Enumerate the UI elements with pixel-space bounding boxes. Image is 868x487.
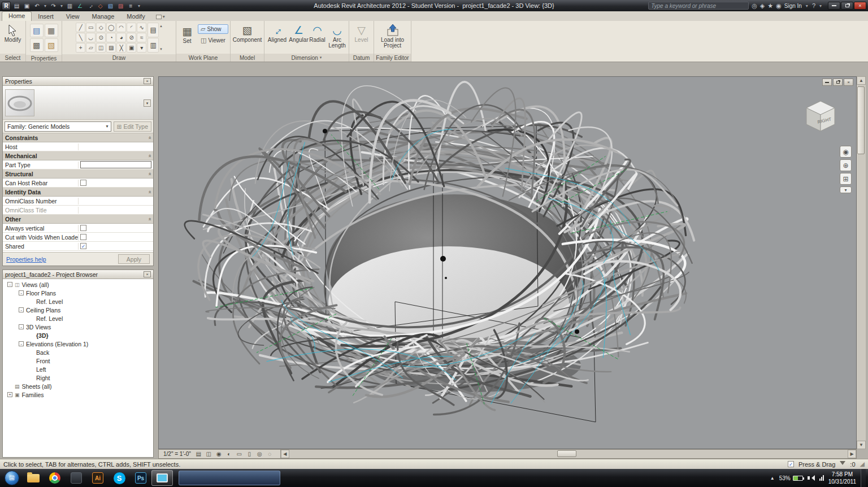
show-work-plane-button[interactable]: ▱ Show: [198, 24, 228, 34]
circle-tool-icon[interactable]: ◯: [106, 23, 116, 32]
hidden-icons-arrow-icon[interactable]: ▲: [770, 476, 775, 481]
fillet-arc-tool-icon[interactable]: ◕: [116, 33, 126, 42]
taskbar-windows-explorer-icon[interactable]: [23, 470, 44, 486]
arc-length-dimension-button[interactable]: ◡ Arc Length: [327, 21, 348, 50]
draw-scroll-down-icon[interactable]: ▾: [160, 47, 162, 51]
customize-qat-icon[interactable]: ▾: [137, 2, 141, 10]
taskbar-media-app-icon[interactable]: [66, 470, 87, 486]
search-input[interactable]: [648, 2, 749, 10]
sign-in-dropdown-icon[interactable]: ▾: [805, 2, 809, 10]
family-parameters-icon[interactable]: ▧: [45, 38, 58, 52]
property-row[interactable]: Shared ✓: [3, 242, 153, 251]
scroll-up-icon[interactable]: ▲: [857, 76, 866, 85]
panel-label-work-plane[interactable]: Work Plane: [176, 54, 230, 62]
section-header[interactable]: Constraints»: [3, 133, 153, 142]
taskbar-skype-icon[interactable]: S: [108, 470, 130, 486]
tree-item-right[interactable]: Right: [3, 373, 153, 382]
aligned-dimension-icon[interactable]: ↔: [86, 2, 94, 10]
aligned-dimension-button[interactable]: ↔ Aligned: [266, 21, 289, 50]
expander-icon[interactable]: -: [19, 307, 24, 312]
tree-item-3d-views[interactable]: - 3D Views: [3, 323, 153, 331]
tree-item-ref-level[interactable]: Ref. Level: [3, 314, 153, 323]
partial-ellipse-tool-icon[interactable]: ◔: [106, 33, 116, 42]
tab-home[interactable]: Home: [2, 11, 32, 21]
undo-dropdown-icon[interactable]: ▾: [43, 2, 47, 10]
crop-visibility-icon[interactable]: ▯: [245, 450, 254, 458]
print-icon[interactable]: ▥: [66, 2, 74, 10]
hatch-tool-icon[interactable]: ▨: [106, 43, 116, 53]
tree-item-ceiling-plans[interactable]: - Ceiling Plans: [3, 306, 153, 314]
tab-modify[interactable]: Modify: [120, 12, 151, 21]
cut-with-voids-checkbox[interactable]: [80, 234, 86, 240]
property-row[interactable]: OmniClass Title: [3, 206, 153, 215]
spline-through-points-icon[interactable]: ≈: [137, 33, 146, 42]
sign-in-link[interactable]: Sign In: [784, 3, 802, 9]
help-icon[interactable]: ?: [812, 2, 815, 9]
project-browser-close-icon[interactable]: ×: [144, 271, 151, 277]
tab-manage[interactable]: Manage: [86, 12, 121, 21]
taskbar-window-button[interactable]: [179, 471, 280, 485]
family-type-selector[interactable]: Family: Generic Models ▾: [5, 121, 111, 132]
face-tool-icon[interactable]: ◫: [96, 43, 106, 53]
preview-dropdown-icon[interactable]: ▾: [144, 99, 151, 107]
subscription-center-icon[interactable]: ◈: [760, 2, 765, 10]
shadows-icon[interactable]: ◐: [225, 450, 233, 458]
panel-label-model[interactable]: Model: [231, 54, 264, 62]
horizontal-scrollbar[interactable]: ◀ ▶: [280, 450, 856, 458]
delete-tool-icon[interactable]: ╳: [116, 43, 126, 53]
view-minimize-icon[interactable]: [822, 79, 832, 86]
shared-checkbox[interactable]: ✓: [80, 243, 86, 249]
ribbon-minimize-toggle[interactable]: ▾: [156, 14, 165, 21]
more-tools-icon[interactable]: ▾: [137, 43, 146, 53]
taskbar-chrome-icon[interactable]: [44, 470, 66, 486]
project-browser-titlebar[interactable]: project1_facade2 - Project Browser ×: [3, 270, 153, 279]
scroll-left-icon[interactable]: ◀: [281, 450, 289, 458]
ellipse-tool-icon[interactable]: ⊙: [96, 33, 106, 42]
expander-icon[interactable]: +: [7, 392, 12, 397]
tab-view[interactable]: View: [60, 12, 86, 21]
save-icon[interactable]: ▣: [23, 2, 31, 10]
scroll-down-icon[interactable]: ▼: [857, 441, 866, 449]
tree-item-front[interactable]: Front: [3, 356, 153, 365]
tree-item-views[interactable]: - ◫ Views (all): [3, 280, 153, 289]
property-row[interactable]: Always vertical: [3, 224, 153, 233]
spline-tool-icon[interactable]: ∿: [137, 23, 146, 32]
pick-line-tool-icon[interactable]: ⊘: [127, 33, 136, 42]
expander-icon[interactable]: -: [19, 290, 24, 295]
vertical-scroll-thumb[interactable]: [857, 86, 865, 154]
scroll-right-icon[interactable]: ▶: [848, 450, 856, 458]
crop-view-icon[interactable]: ▭: [235, 450, 244, 458]
can-host-rebar-checkbox[interactable]: [80, 180, 86, 186]
center-arc-tool-icon[interactable]: ◜: [127, 23, 136, 32]
visual-style-icon[interactable]: ◫: [205, 450, 213, 458]
collapse-chevron-icon[interactable]: »: [146, 136, 152, 139]
properties-close-icon[interactable]: ×: [144, 78, 151, 84]
section-icon[interactable]: ▨: [116, 2, 125, 10]
favorites-star-icon[interactable]: ★: [767, 2, 773, 10]
search-binoculars-icon[interactable]: ◎: [752, 2, 757, 10]
property-row[interactable]: Part Type: [3, 160, 153, 169]
sun-path-icon[interactable]: ◉: [215, 450, 223, 458]
property-row[interactable]: Host: [3, 142, 153, 151]
type-properties-icon[interactable]: ▩: [30, 38, 44, 52]
steering-wheel-icon[interactable]: ◉: [840, 146, 852, 158]
expander-icon[interactable]: -: [7, 282, 12, 287]
close-button[interactable]: ×: [854, 2, 866, 10]
load-into-project-button[interactable]: Load into Project: [376, 21, 410, 50]
collapse-chevron-icon[interactable]: »: [146, 190, 152, 193]
viewer-button[interactable]: ◫ Viewer: [198, 36, 228, 45]
model-line-mode-icon[interactable]: ▤: [147, 23, 159, 37]
open-icon[interactable]: ▤: [12, 2, 21, 10]
tree-item-elevations[interactable]: - Elevations (Elevation 1): [3, 340, 153, 348]
default-3d-view-icon[interactable]: ▧: [106, 2, 115, 10]
region-tool-icon[interactable]: ▣: [127, 43, 136, 53]
tree-item-floor-plans[interactable]: - Floor Plans: [3, 289, 153, 297]
property-row[interactable]: Can Host Rebar: [3, 179, 153, 188]
tree-item-sheets[interactable]: ▤ Sheets (all): [3, 382, 153, 390]
edit-type-button[interactable]: ⊞ Edit Type: [114, 121, 151, 132]
modify-button[interactable]: Modify: [2, 21, 24, 45]
expander-icon[interactable]: -: [19, 324, 24, 329]
filter-icon[interactable]: [840, 461, 845, 468]
rectangle-tool-icon[interactable]: ▭: [86, 23, 96, 32]
thin-lines-icon[interactable]: ≡: [127, 2, 135, 10]
